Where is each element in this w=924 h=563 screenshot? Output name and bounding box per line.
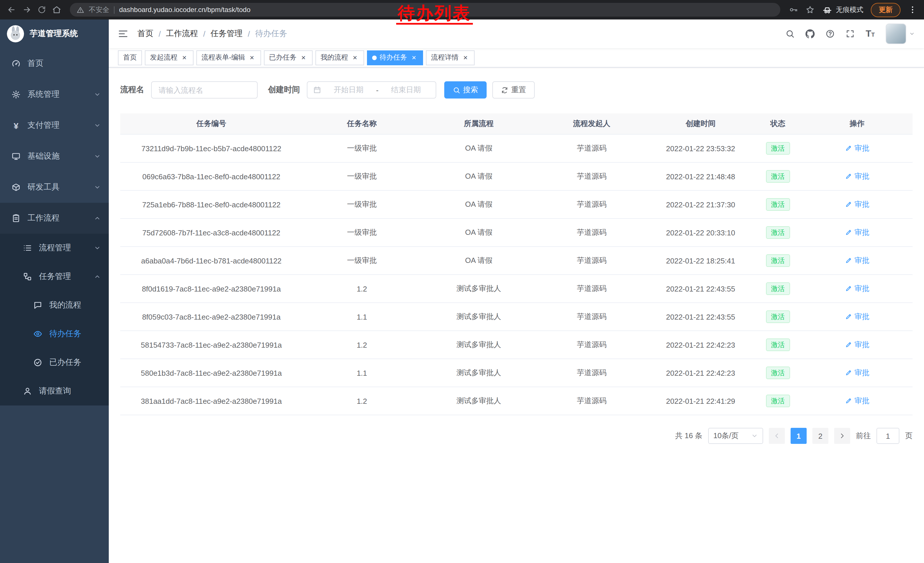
help-icon[interactable]	[825, 29, 835, 38]
password-key-icon[interactable]	[789, 5, 798, 14]
home-icon[interactable]	[52, 5, 61, 14]
cell-action: 审批	[801, 303, 912, 331]
edit-icon	[845, 229, 852, 236]
sidebar-item-dev-tools[interactable]: 研发工具	[0, 172, 109, 203]
sidebar-item-todo-tasks[interactable]: 待办任务	[0, 320, 109, 348]
close-icon[interactable]: ×	[351, 54, 359, 62]
chevron-down-icon	[94, 245, 101, 251]
cell-starter: 芋道源码	[536, 134, 647, 162]
tab[interactable]: 发起流程 ×	[145, 50, 194, 65]
forward-icon[interactable]	[22, 5, 32, 14]
close-icon[interactable]: ×	[248, 54, 256, 62]
incognito-label: 无痕模式	[836, 5, 863, 15]
bookmark-star-icon[interactable]	[806, 5, 814, 14]
page-button-2[interactable]: 2	[812, 428, 828, 444]
edit-icon	[845, 313, 852, 320]
chat-icon	[33, 301, 42, 310]
page-unit-label: 页	[905, 431, 912, 441]
page-button-1[interactable]: 1	[790, 428, 807, 444]
incognito-icon	[822, 5, 832, 15]
search-icon[interactable]	[786, 29, 795, 38]
reset-button[interactable]: 重置	[492, 81, 535, 99]
sidebar-item-leave-query[interactable]: 请假查询	[0, 377, 109, 405]
approve-link[interactable]: 审批	[845, 312, 869, 322]
page-size-select[interactable]: 10条/页	[708, 428, 763, 444]
user-menu[interactable]	[886, 24, 915, 44]
approve-link[interactable]: 审批	[845, 199, 869, 210]
close-icon[interactable]: ×	[461, 54, 470, 62]
tab[interactable]: 首页	[118, 50, 142, 65]
approve-link[interactable]: 审批	[845, 227, 869, 238]
approve-link[interactable]: 审批	[845, 339, 869, 350]
tab[interactable]: 待办任务 ×	[367, 50, 423, 65]
process-name-input[interactable]	[151, 81, 258, 99]
close-icon[interactable]: ×	[180, 54, 188, 62]
screen: 不安全 dashboard.yudao.iocoder.cn/bpm/task/…	[0, 0, 924, 563]
approve-link[interactable]: 审批	[845, 143, 869, 153]
approve-link[interactable]: 审批	[845, 396, 869, 406]
sidebar-item-home[interactable]: 首页	[0, 48, 109, 79]
close-icon[interactable]: ×	[410, 54, 418, 62]
tab[interactable]: 我的流程 ×	[315, 50, 364, 65]
sidebar-item-system-management[interactable]: 系统管理	[0, 79, 109, 110]
cell-starter: 芋道源码	[536, 219, 647, 246]
font-size-icon[interactable]: TT	[866, 29, 875, 39]
status-badge: 激活	[766, 338, 790, 351]
cell-process: OA 请假	[422, 219, 536, 246]
cell-task-id: 580e1b3d-7ac8-11ec-a9e2-a2380e71991a	[120, 359, 303, 387]
sidebar-item-done-tasks[interactable]: 已办任务	[0, 348, 109, 377]
col-created: 创建时间	[647, 113, 754, 134]
sidebar-item-workflow[interactable]: 工作流程	[0, 203, 109, 234]
start-date-placeholder: 开始日期	[325, 85, 373, 95]
approve-link[interactable]: 审批	[845, 284, 869, 294]
sidebar-item-my-processes[interactable]: 我的流程	[0, 291, 109, 320]
breadcrumb-home[interactable]: 首页	[137, 29, 153, 39]
date-range-picker[interactable]: 开始日期 - 结束日期	[307, 81, 436, 99]
cell-task-id: 381aa1dd-7ac8-11ec-a9e2-a2380e71991a	[120, 387, 303, 415]
tab[interactable]: 流程详情 ×	[426, 50, 475, 65]
status-badge: 激活	[766, 282, 790, 295]
cell-task-id: 8f059c03-7ac8-11ec-a9e2-a2380e71991a	[120, 303, 303, 331]
sidebar-item-task-management[interactable]: 任务管理	[0, 262, 109, 291]
back-icon[interactable]	[7, 5, 16, 14]
not-secure-icon	[77, 6, 84, 14]
box-icon	[12, 183, 21, 192]
github-icon[interactable]	[806, 29, 814, 38]
reload-icon[interactable]	[38, 6, 46, 14]
sidebar-item-payment-management[interactable]: ¥ 支付管理	[0, 110, 109, 141]
breadcrumb-workflow[interactable]: 工作流程	[166, 29, 198, 39]
tab[interactable]: 已办任务 ×	[264, 50, 313, 65]
approve-link[interactable]: 审批	[845, 255, 869, 266]
workflow-submenu: 流程管理 任务管理 我的流程 待办任务 已办	[0, 234, 109, 405]
sidebar-toggle-icon[interactable]	[109, 29, 137, 39]
cell-action: 审批	[801, 191, 912, 219]
chevron-down-icon	[751, 432, 758, 439]
cell-process: OA 请假	[422, 191, 536, 219]
approve-link[interactable]: 审批	[845, 368, 869, 378]
fullscreen-icon[interactable]	[846, 29, 855, 38]
cell-created: 2022-01-21 22:43:55	[647, 275, 754, 303]
pagination: 共 16 条 10条/页 1 2 前往 页	[120, 428, 912, 444]
prev-page-button[interactable]	[769, 428, 785, 444]
page-content: 流程名 创建时间 开始日期 - 结束日期 搜索 重置	[109, 68, 924, 563]
search-button[interactable]: 搜索	[444, 81, 487, 99]
cell-task-name: 1.2	[303, 387, 422, 415]
update-button[interactable]: 更新	[871, 3, 900, 17]
goto-page-input[interactable]	[876, 428, 899, 444]
cell-created: 2022-01-22 20:33:10	[647, 219, 754, 246]
sidebar-item-process-management[interactable]: 流程管理	[0, 234, 109, 262]
app-logo: 芋道管理系统	[0, 20, 109, 48]
browser-menu-icon[interactable]	[908, 5, 917, 14]
approve-link[interactable]: 审批	[845, 171, 869, 182]
create-time-label: 创建时间	[268, 85, 300, 95]
chevron-up-icon	[94, 273, 101, 280]
breadcrumb-task-management[interactable]: 任务管理	[211, 29, 243, 39]
tab-label: 我的流程	[321, 53, 348, 62]
cell-process: 测试多审批人	[422, 387, 536, 415]
next-page-button[interactable]	[834, 428, 850, 444]
close-icon[interactable]: ×	[299, 54, 308, 62]
tab[interactable]: 流程表单-编辑 ×	[196, 50, 261, 65]
sidebar-item-infrastructure[interactable]: 基础设施	[0, 141, 109, 172]
user-icon	[23, 387, 32, 396]
cell-task-id: 069c6a63-7b8a-11ec-8ef0-acde48001122	[120, 162, 303, 191]
